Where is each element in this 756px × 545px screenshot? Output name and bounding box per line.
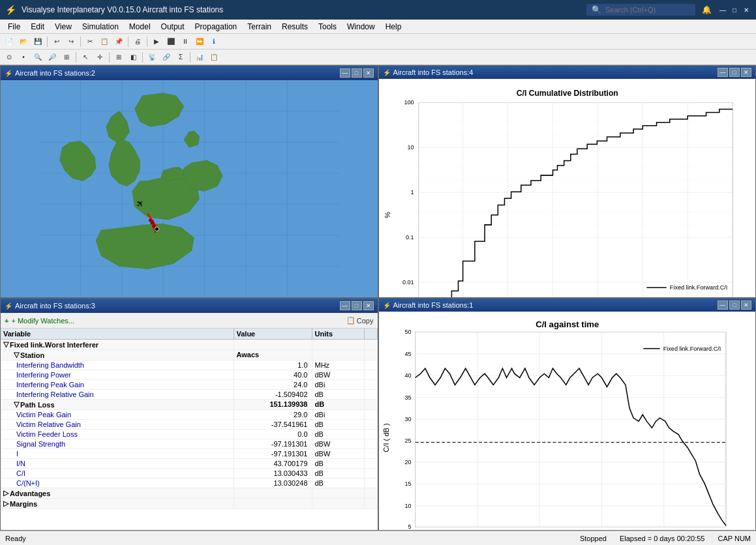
toolbar-1: 📄 📂 💾 ↩ ↪ ✂ 📋 📌 🖨 ▶ ⬛ ⏸ ⏩ ℹ bbox=[0, 34, 756, 50]
watch-panel-title: ⚡ Aircraft into FS stations:3 — □ ✕ bbox=[1, 299, 378, 313]
cumulative-chart: C/I Cumulative Distribution % dB bbox=[379, 79, 756, 298]
tb-info[interactable]: ℹ bbox=[207, 35, 220, 48]
menu-file[interactable]: File bbox=[3, 21, 25, 33]
tb-pause[interactable]: ⏸ bbox=[179, 35, 192, 48]
collapse-advantages-icon[interactable]: ▷ bbox=[3, 489, 8, 497]
header-value: Value bbox=[234, 329, 312, 339]
search-input[interactable] bbox=[605, 6, 690, 14]
collapse-station-icon[interactable]: ▽ bbox=[14, 351, 19, 359]
cumulative-close[interactable]: ✕ bbox=[741, 68, 751, 77]
tb-copy[interactable]: 📋 bbox=[98, 35, 111, 48]
row-victim-peak-gain: Victim Peak Gain 29.0 dBi bbox=[1, 410, 378, 420]
map-minimize[interactable]: — bbox=[340, 68, 350, 78]
time-chart-close[interactable]: ✕ bbox=[741, 301, 751, 310]
watch-close[interactable]: ✕ bbox=[363, 301, 374, 310]
watch-body[interactable]: ▽ Fixed link.Worst Interferer ▽ Station … bbox=[1, 340, 378, 530]
row-interfering-power: Interfering Power 40.0 dBW bbox=[1, 370, 378, 380]
tb2-zoom-in[interactable]: 🔍 bbox=[31, 51, 44, 64]
menu-model[interactable]: Model bbox=[124, 21, 156, 33]
copy-button[interactable]: 📋 Copy bbox=[346, 316, 374, 325]
time-chart-minimize[interactable]: — bbox=[718, 301, 728, 310]
svg-text:50: 50 bbox=[404, 329, 411, 335]
tb2-2[interactable]: • bbox=[17, 51, 30, 64]
tb-ff[interactable]: ⏩ bbox=[193, 35, 206, 48]
menu-bar: File Edit View Simulation Model Output P… bbox=[0, 20, 756, 34]
map-maximize[interactable]: □ bbox=[352, 68, 362, 78]
svg-text:Fixed link.Forward.C/I: Fixed link.Forward.C/I bbox=[669, 284, 727, 291]
tb-stop[interactable]: ⬛ bbox=[164, 35, 177, 48]
tb-save[interactable]: 💾 bbox=[31, 35, 44, 48]
time-chart-maximize[interactable]: □ bbox=[729, 301, 740, 310]
time-chart-panel-title-text: Aircraft into FS stations:1 bbox=[393, 301, 474, 309]
app-icon: ⚡ bbox=[5, 5, 16, 15]
row-interfering-relative-gain: Interfering Relative Gain -1.509402 dB bbox=[1, 390, 378, 400]
watch-maximize[interactable]: □ bbox=[352, 301, 362, 310]
tb2-grid[interactable]: ⊞ bbox=[112, 51, 125, 64]
menu-edit[interactable]: Edit bbox=[25, 21, 50, 33]
svg-text:%: % bbox=[384, 212, 391, 218]
collapse-icon[interactable]: ▽ bbox=[3, 340, 8, 349]
menu-output[interactable]: Output bbox=[156, 21, 190, 33]
menu-propagation[interactable]: Propagation bbox=[190, 21, 243, 33]
map-container[interactable]: ✈ bbox=[1, 80, 378, 297]
menu-help[interactable]: Help bbox=[380, 21, 407, 33]
tb-open[interactable]: 📂 bbox=[17, 35, 30, 48]
title-bar: ⚡ Visualyse Interplanetary V0.0.15.0 Air… bbox=[0, 0, 756, 20]
tb2-table[interactable]: 📋 bbox=[207, 51, 220, 64]
watch-minimize[interactable]: — bbox=[340, 301, 350, 310]
cumulative-maximize[interactable]: □ bbox=[729, 68, 740, 77]
tb-print[interactable]: 🖨 bbox=[131, 35, 144, 48]
tb2-layers[interactable]: ◧ bbox=[127, 51, 140, 64]
svg-text:-250: -250 bbox=[409, 529, 421, 531]
svg-text:0.1: 0.1 bbox=[405, 234, 414, 241]
notification-icon: 🔔 bbox=[702, 5, 712, 14]
tb-cut[interactable]: ✂ bbox=[83, 35, 97, 48]
tb2-chart[interactable]: 📊 bbox=[193, 51, 206, 64]
svg-text:100: 100 bbox=[404, 99, 414, 106]
status-cap: CAP NUM bbox=[718, 535, 751, 542]
cumulative-panel-icon: ⚡ bbox=[383, 69, 391, 76]
status-ready: Ready bbox=[5, 535, 26, 542]
tb-redo[interactable]: ↪ bbox=[65, 35, 78, 48]
collapse-margins-icon[interactable]: ▷ bbox=[3, 499, 8, 508]
tb2-move[interactable]: ✛ bbox=[93, 51, 106, 64]
map-close[interactable]: ✕ bbox=[363, 68, 374, 78]
svg-text:Fixed link.Forward.C/I: Fixed link.Forward.C/I bbox=[663, 346, 721, 352]
svg-text:-150: -150 bbox=[534, 529, 545, 531]
maximize-button[interactable]: □ bbox=[730, 5, 739, 14]
close-button[interactable]: ✕ bbox=[742, 5, 751, 14]
main-content: ⚡ Aircraft into FS stations:2 — □ ✕ bbox=[0, 65, 756, 531]
cumulative-minimize[interactable]: — bbox=[718, 68, 728, 77]
tb2-link[interactable]: 🔗 bbox=[160, 51, 173, 64]
header-units: Units bbox=[312, 329, 365, 339]
tb2-sigma[interactable]: Σ bbox=[174, 51, 187, 64]
status-bar: Ready Stopped Elapsed = 0 days 00:20:55 … bbox=[0, 531, 756, 545]
modify-watches-button[interactable]: + + Modify Watches... bbox=[5, 317, 74, 325]
tb-new[interactable]: 📄 bbox=[3, 35, 16, 48]
collapse-path-icon[interactable]: ▽ bbox=[14, 400, 19, 409]
menu-terrain[interactable]: Terrain bbox=[242, 21, 277, 33]
status-elapsed: Elapsed = 0 days 00:20:55 bbox=[620, 535, 705, 542]
svg-rect-24 bbox=[418, 102, 732, 298]
tb-undo[interactable]: ↩ bbox=[50, 35, 63, 48]
menu-simulation[interactable]: Simulation bbox=[77, 21, 124, 33]
tb2-1[interactable]: ⊙ bbox=[3, 51, 16, 64]
tb-paste[interactable]: 📌 bbox=[112, 35, 125, 48]
menu-window[interactable]: Window bbox=[342, 21, 380, 33]
menu-results[interactable]: Results bbox=[277, 21, 313, 33]
menu-view[interactable]: View bbox=[50, 21, 77, 33]
tb-play[interactable]: ▶ bbox=[150, 35, 163, 48]
copy-icon: 📋 bbox=[346, 316, 355, 325]
tb2-antenna[interactable]: 📡 bbox=[145, 51, 159, 64]
minimize-button[interactable]: — bbox=[718, 5, 727, 14]
add-icon: + bbox=[5, 317, 8, 325]
svg-text:-100: -100 bbox=[596, 529, 607, 531]
time-chart-panel: ⚡ Aircraft into FS stations:1 — □ ✕ C/I … bbox=[378, 298, 757, 531]
menu-tools[interactable]: Tools bbox=[313, 21, 342, 33]
header-extra bbox=[365, 329, 378, 339]
tb2-zoom-out[interactable]: 🔎 bbox=[46, 51, 59, 64]
tb2-zoom-fit[interactable]: ⊞ bbox=[60, 51, 73, 64]
map-panel-icon: ⚡ bbox=[5, 70, 12, 77]
svg-text:20: 20 bbox=[404, 459, 411, 465]
tb2-select[interactable]: ↖ bbox=[79, 51, 92, 64]
